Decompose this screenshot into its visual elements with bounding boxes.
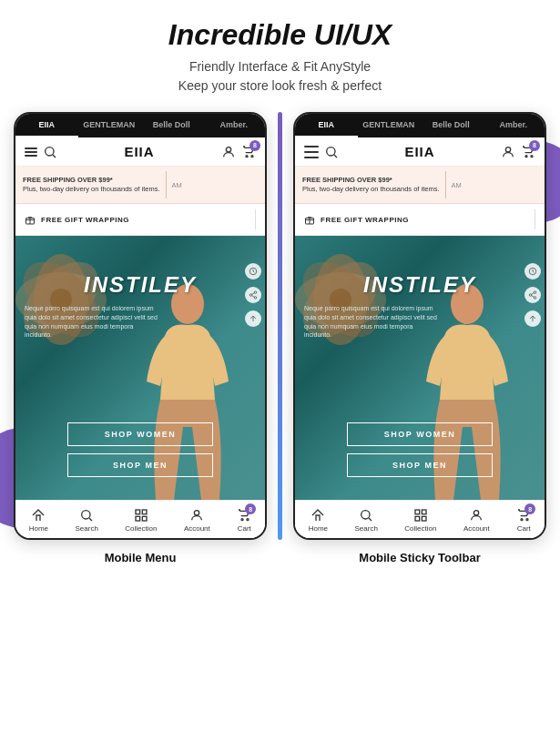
account-icon-right [469,508,484,523]
account-icon-left [189,508,204,523]
svg-rect-21 [142,510,147,514]
bottom-nav-account-left[interactable]: Account [184,508,210,533]
page-wrapper: Incredible UI/UX Friendly Interface & Fi… [0,0,560,583]
phone-nav-tabs-right: EIIA GENTLEMAN Belle Doll Amber. [295,114,545,137]
bottom-nav-search-right[interactable]: Search [355,508,378,533]
cart-icon-wrap-left[interactable]: 8 [241,145,256,159]
svg-rect-29 [304,157,319,158]
cart-badge-right: 8 [529,140,540,151]
svg-rect-22 [136,516,140,521]
shipping-sep-right [445,171,446,198]
svg-line-31 [334,155,337,158]
search-icon-bottom-left [79,508,94,523]
svg-rect-28 [304,151,319,153]
tab-belledoll-right[interactable]: Belle Doll [420,114,483,137]
bottom-nav-cart-left[interactable]: 8 Cart [237,508,251,533]
brand-logo-right: EIIA [404,144,434,159]
header-left-icons [25,145,57,159]
cart-badge-bottom-right: 8 [524,503,535,514]
bottom-nav-account-right[interactable]: Account [463,508,490,533]
svg-point-24 [195,511,199,515]
phone-bottom-nav-right: Home Search Collection Account [295,500,545,538]
shipping-sep-left [166,171,167,198]
gift-bar-left: FREE GIFT WRAPPING [15,204,265,236]
search-icon-bottom-right [359,508,373,523]
svg-point-0 [46,147,54,155]
shop-men-btn-left[interactable]: SHOP MEN [67,453,213,477]
caption-right: Mobile Sticky Toolbar [293,551,546,564]
bottom-nav-search-left[interactable]: Search [76,508,98,533]
collection-icon-right [413,508,428,523]
svg-line-49 [369,518,372,521]
phone-bottom-nav-left: Home Search Collection Account [15,500,265,538]
hero-side-icon-up[interactable] [245,310,261,327]
svg-point-56 [526,519,528,521]
home-icon-right [311,508,325,523]
bottom-nav-collection-right[interactable]: Collection [404,508,436,533]
brand-logo-left: EIIA [124,144,154,159]
bottom-nav-home-left[interactable]: Home [29,508,48,533]
shipping-overflow-right: AM [452,181,462,189]
svg-rect-52 [415,516,420,521]
svg-line-1 [53,155,56,158]
hero-buttons-left: SHOP WOMEN SHOP MEN [15,422,265,477]
cart-icon-wrap-bottom-left: 8 [237,508,251,523]
svg-point-32 [505,147,510,151]
phone-mobile-menu: EIIA GENTLEMAN Belle Doll Amber. EIIA [14,112,267,540]
shipping-bar-right: FREE SHIPPING OVER $99* Plus, two-day de… [295,167,545,204]
search-icon-header-right[interactable] [324,145,339,159]
svg-rect-51 [422,510,426,514]
tab-gentleman-right[interactable]: GENTLEMAN [358,114,421,137]
header-right-icons-right: 8 [501,145,535,159]
tab-eiia-left[interactable]: EIIA [15,114,78,137]
hero-title-left: INSTILEY [15,272,265,298]
tab-belledoll-left[interactable]: Belle Doll [140,114,203,137]
shop-women-btn-left[interactable]: SHOP WOMEN [67,422,213,446]
phone-nav-tabs-left: EIIA GENTLEMAN Belle Doll Amber. [15,114,265,137]
shop-men-btn-right[interactable]: SHOP MEN [347,453,493,477]
hamburger-icon[interactable] [25,147,37,157]
tab-amber-left[interactable]: Amber. [203,114,266,137]
gift-sep-right [535,209,535,229]
phone-header-right: EIIA 8 [295,137,545,167]
gradient-divider [278,112,282,540]
tab-amber-right[interactable]: Amber. [483,114,545,137]
menu-icon-right[interactable] [304,146,319,158]
phones-captions: Mobile Menu Mobile Sticky Toolbar [9,551,551,564]
phone-hero-right: INSTILEY Neque porro quisquam est qui do… [295,236,545,500]
hero-buttons-right: SHOP WOMEN SHOP MEN [295,422,545,477]
header-right-icons: 8 [221,145,256,159]
hero-side-icon-up-right[interactable] [524,310,541,327]
user-icon-left[interactable] [221,145,236,159]
gift-label-left: FREE GIFT WRAPPING [41,216,129,224]
svg-point-4 [251,155,253,157]
bottom-nav-home-right[interactable]: Home [309,508,328,533]
gift-sep-left [255,209,256,229]
page-title: Incredible UI/UX [9,18,551,52]
tab-gentleman-left[interactable]: GENTLEMAN [78,114,141,137]
bottom-nav-cart-right[interactable]: 8 Cart [516,508,531,533]
shipping-text-left: FREE SHIPPING OVER $99* Plus, two-day de… [23,176,160,194]
cart-icon-wrap-bottom-right: 8 [516,508,531,523]
hero-body-left: Neque porro quisquam est qui dolorem ips… [25,304,162,340]
search-icon-header-left[interactable] [43,145,57,159]
svg-point-34 [531,155,533,157]
svg-point-26 [247,519,249,521]
home-icon-left [31,508,46,523]
tab-eiia-right[interactable]: EIIA [295,114,358,137]
cart-icon-wrap-right[interactable]: 8 [521,145,535,159]
phone-mobile-sticky: EIIA GENTLEMAN Belle Doll Amber. [293,112,546,540]
phones-container: EIIA GENTLEMAN Belle Doll Amber. EIIA [9,112,551,540]
collection-icon-left [134,508,148,523]
shipping-overflow-left: AM [172,181,182,189]
svg-rect-23 [142,516,147,521]
shop-women-btn-right[interactable]: SHOP WOMEN [347,422,493,446]
svg-point-33 [525,155,527,157]
svg-point-2 [226,147,230,151]
gift-bar-right: FREE GIFT WRAPPING [295,204,545,236]
gift-label-right: FREE GIFT WRAPPING [321,216,409,224]
bottom-nav-collection-left[interactable]: Collection [125,508,157,533]
svg-point-3 [246,155,248,157]
user-icon-right[interactable] [501,145,515,159]
svg-point-48 [361,511,370,519]
